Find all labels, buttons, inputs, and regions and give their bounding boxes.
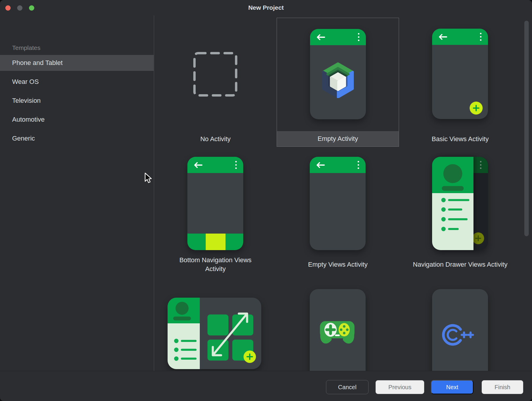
back-arrow-icon bbox=[437, 33, 448, 40]
fab-add-icon bbox=[244, 351, 256, 363]
jetpack-compose-logo-icon bbox=[319, 62, 356, 98]
template-card-label: Navigation Drawer Views Activity bbox=[399, 255, 521, 274]
template-card-empty-activity[interactable]: Empty Activity bbox=[277, 18, 399, 147]
back-arrow-icon bbox=[315, 162, 326, 169]
phone-mockup bbox=[187, 157, 243, 250]
phone-mockup bbox=[432, 289, 488, 371]
drawer-header bbox=[432, 157, 473, 193]
bottom-nav-selected-segment bbox=[206, 234, 226, 250]
drawer-name-placeholder bbox=[442, 186, 464, 191]
phone-mockup bbox=[432, 157, 488, 250]
sidebar-item-automotive[interactable]: Automotive bbox=[0, 112, 154, 128]
app-bar bbox=[310, 157, 366, 173]
fab-add-dimmed-icon bbox=[472, 232, 484, 244]
template-card-basic-views-activity[interactable]: Basic Views Activity bbox=[399, 18, 521, 147]
template-card-label: Basic Views Activity bbox=[399, 131, 521, 147]
kebab-menu-icon bbox=[480, 161, 481, 169]
back-arrow-icon bbox=[315, 34, 326, 41]
kebab-menu-icon bbox=[480, 33, 481, 41]
templates-sidebar: Templates Phone and Tablet Wear OS Telev… bbox=[0, 15, 154, 371]
dashed-placeholder-icon bbox=[193, 51, 238, 97]
sidebar-item-generic[interactable]: Generic bbox=[0, 131, 154, 146]
fab-add-icon bbox=[470, 102, 483, 115]
drawer-menu-item bbox=[432, 207, 473, 212]
new-project-dialog: New Project Templates Phone and Tablet W… bbox=[0, 0, 532, 401]
app-bar bbox=[310, 29, 366, 45]
back-arrow-icon bbox=[193, 162, 203, 169]
template-card-bottom-navigation-views-activity[interactable]: Bottom Navigation Views Activity bbox=[154, 151, 277, 280]
kebab-menu-icon bbox=[358, 33, 359, 41]
template-card-label: Empty Activity bbox=[277, 131, 399, 146]
template-card-game-activity[interactable] bbox=[277, 284, 399, 371]
sidebar-header: Templates bbox=[12, 44, 40, 51]
sidebar-item-wear-os[interactable]: Wear OS bbox=[0, 74, 154, 90]
template-gallery: No Activity bbox=[154, 15, 532, 371]
previous-button[interactable]: Previous bbox=[375, 380, 424, 394]
sidebar-item-label: Wear OS bbox=[12, 78, 39, 86]
template-card-empty-views-activity[interactable]: Empty Views Activity bbox=[277, 151, 399, 280]
template-card-label: Empty Views Activity bbox=[277, 255, 399, 274]
phone-mockup bbox=[432, 29, 488, 119]
template-card-label: No Activity bbox=[154, 131, 277, 147]
phone-mockup bbox=[310, 289, 366, 371]
avatar bbox=[443, 164, 462, 183]
kebab-menu-icon bbox=[235, 161, 237, 169]
drawer-menu bbox=[432, 193, 473, 250]
template-card-no-activity[interactable]: No Activity bbox=[154, 18, 277, 147]
template-card-native-cpp[interactable] bbox=[399, 284, 521, 371]
game-controller-icon bbox=[318, 319, 357, 347]
sidebar-item-phone-and-tablet[interactable]: Phone and Tablet bbox=[0, 55, 154, 71]
mouse-cursor bbox=[144, 172, 153, 184]
sidebar-item-label: Phone and Tablet bbox=[12, 59, 63, 67]
cpp-logo-icon bbox=[440, 322, 476, 347]
template-card-label: Bottom Navigation Views Activity bbox=[154, 255, 277, 274]
sidebar-item-label: Automotive bbox=[12, 116, 45, 123]
app-bar bbox=[187, 157, 243, 173]
tablet-mockup bbox=[168, 298, 261, 369]
drawer-menu-item bbox=[432, 226, 473, 231]
cancel-button[interactable]: Cancel bbox=[326, 380, 369, 394]
phone-mockup bbox=[310, 29, 366, 119]
sidebar-item-label: Television bbox=[12, 97, 41, 105]
sidebar-item-label: Generic bbox=[12, 135, 35, 142]
dialog-footer: Cancel Previous Next Finish bbox=[0, 371, 532, 401]
template-card-navigation-drawer-views-activity[interactable]: Navigation Drawer Views Activity bbox=[399, 151, 521, 280]
phone-mockup bbox=[310, 157, 366, 250]
drawer-menu-item bbox=[432, 217, 473, 221]
sidebar-item-television[interactable]: Television bbox=[0, 93, 154, 109]
titlebar: New Project bbox=[0, 0, 532, 15]
app-bar bbox=[432, 29, 488, 45]
finish-button[interactable]: Finish bbox=[481, 380, 523, 394]
vertical-scrollbar[interactable] bbox=[524, 21, 529, 236]
next-button[interactable]: Next bbox=[431, 380, 473, 394]
navigation-drawer bbox=[432, 157, 473, 250]
window-title: New Project bbox=[0, 0, 532, 15]
drawer-menu-item bbox=[432, 198, 473, 202]
bottom-navigation-bar bbox=[187, 234, 243, 250]
kebab-menu-icon bbox=[358, 161, 359, 169]
template-card-responsive-views[interactable] bbox=[154, 284, 277, 371]
